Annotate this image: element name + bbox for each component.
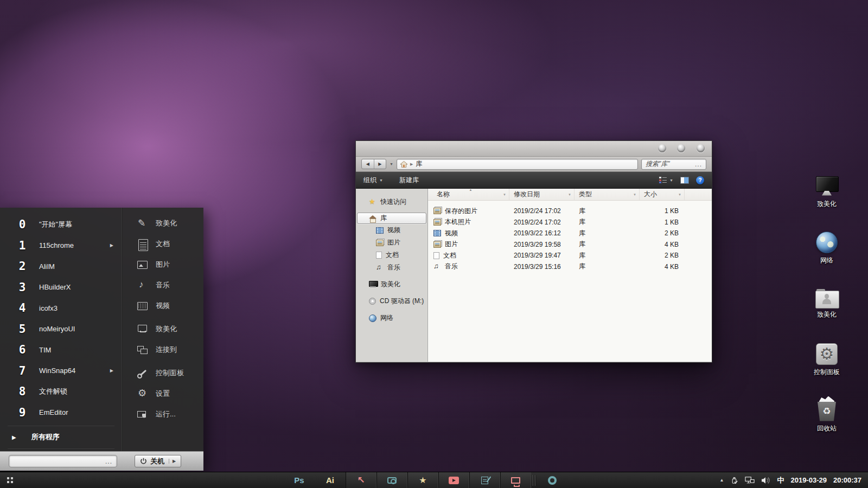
start-menu-item[interactable]: 6 TIM ▶ — [0, 339, 122, 361]
taskbar-app-button[interactable]: ↖ — [346, 472, 376, 488]
new-library-button[interactable]: 新建库 — [399, 176, 419, 185]
start-menu-place-item[interactable]: 致美化 — [123, 213, 203, 234]
navigation-pane: 快速访问 库 视频 图片 — [356, 189, 428, 362]
sidebar-item[interactable]: 音乐 — [356, 261, 427, 274]
sidebar-item[interactable]: CD 驱动器 (M:) — [356, 295, 427, 307]
filter-dropdown-icon[interactable]: ▼ — [503, 193, 506, 196]
back-button[interactable]: ◀ — [362, 159, 374, 169]
minimize-button[interactable] — [658, 144, 666, 152]
file-row[interactable]: 文档 2019/3/29 19:47 库 2 KB — [428, 250, 712, 261]
sidebar-item[interactable]: 库 — [357, 213, 426, 224]
forward-button[interactable]: ▶ — [374, 159, 386, 169]
sidebar-item[interactable]: 致美化 — [356, 278, 427, 291]
all-programs-button[interactable]: ▶ 所有程序 — [0, 428, 122, 446]
start-menu-place-item[interactable]: 视频 — [123, 296, 203, 316]
desktop-icon-label: 回收站 — [817, 424, 837, 433]
start-menu-item[interactable]: 4 icofx3 ▶ — [0, 298, 122, 319]
start-menu-item[interactable]: 7 WinSnap64 ▶ — [0, 361, 122, 382]
close-button[interactable] — [697, 144, 705, 152]
place-item-icon — [137, 260, 148, 269]
desktop-icon[interactable]: 致美化 — [802, 164, 852, 220]
desktop-icon[interactable]: 回收站 — [802, 388, 852, 444]
change-view-button[interactable]: ▼ — [659, 177, 673, 183]
organize-button[interactable]: 组织▼ — [363, 176, 383, 185]
start-menu-place-item[interactable]: 文档 — [123, 234, 203, 254]
start-menu-item[interactable]: 5 noMeiryoUI ▶ — [0, 319, 122, 340]
start-menu-item[interactable]: 9 EmEditor ▶ — [0, 402, 122, 423]
taskbar-app-button[interactable]: Ai — [315, 472, 346, 488]
tray-time[interactable]: 20:00:37 — [833, 476, 861, 484]
start-menu-place-item[interactable]: 音乐 — [123, 275, 203, 296]
start-menu-item[interactable]: 2 AliIM ▶ — [0, 256, 122, 277]
tray-date[interactable]: 2019-03-29 — [790, 476, 827, 484]
filter-dropdown-icon[interactable]: ▼ — [678, 193, 681, 196]
shutdown-options-arrow[interactable]: ▶ — [169, 459, 176, 464]
place-item-label: 致美化 — [156, 324, 177, 334]
start-menu-place-item[interactable]: 设置 — [123, 383, 203, 404]
shutdown-button[interactable]: 关机 ▶ — [135, 455, 181, 467]
file-name: 音乐 — [445, 262, 458, 271]
sidebar-item[interactable]: 视频 — [356, 224, 427, 236]
column-header[interactable]: ▲ 类型 ▼ — [575, 189, 640, 200]
usb-device-icon[interactable] — [730, 476, 738, 485]
volume-icon[interactable] — [761, 477, 770, 484]
desktop-icon[interactable]: 网络 — [802, 220, 852, 276]
taskbar-app-button[interactable] — [438, 472, 469, 488]
sidebar-item[interactable]: 网络 — [356, 312, 427, 324]
sidebar-item-icon — [369, 298, 376, 305]
start-menu-item[interactable]: 3 HBuilderX ▶ — [0, 277, 122, 298]
breadcrumb[interactable]: ▶ 库 — [397, 159, 638, 170]
start-menu-item-number: 5 — [13, 323, 31, 336]
start-menu-item[interactable]: 1 115chrome ▶ — [0, 235, 122, 256]
start-menu-item[interactable]: 0 "开始"屏幕 ▶ — [0, 214, 122, 235]
sidebar-item[interactable]: 文档 — [356, 249, 427, 261]
help-button[interactable]: ? — [696, 176, 704, 184]
maximize-button[interactable] — [677, 144, 685, 152]
start-menu-place-item[interactable]: 图片 — [123, 254, 203, 275]
place-item-label: 音乐 — [156, 280, 170, 290]
column-header[interactable]: ▲ 名称 ▼ — [432, 189, 509, 200]
place-item-icon — [137, 409, 148, 419]
start-menu-place-item[interactable]: 运行... — [123, 404, 203, 425]
taskbar-app-button[interactable] — [469, 472, 500, 488]
file-row[interactable]: 视频 2019/3/22 16:12 库 2 KB — [428, 228, 712, 239]
file-row[interactable]: 保存的图片 2019/2/24 17:02 库 1 KB — [428, 206, 712, 217]
column-header[interactable]: ▲ 大小 ▼ — [640, 189, 685, 200]
taskbar-app-button-chrome[interactable] — [537, 472, 567, 488]
title-bar[interactable] — [356, 141, 712, 157]
sidebar-item[interactable]: 快速访问 — [356, 196, 427, 208]
taskbar-app-button[interactable] — [376, 472, 407, 488]
network-icon[interactable] — [745, 476, 755, 484]
start-menu-place-item[interactable]: 连接到 — [123, 339, 203, 360]
file-row[interactable]: 本机照片 2019/2/24 17:02 库 1 KB — [428, 217, 712, 228]
sidebar-item-icon — [369, 199, 376, 206]
start-menu-place-item[interactable]: 致美化 — [123, 319, 203, 339]
desktop-icon[interactable]: 致美化 — [802, 276, 852, 332]
sidebar-item-label: 网络 — [380, 313, 393, 323]
history-dropdown-icon[interactable]: ▼ — [390, 162, 393, 166]
address-bar: ◀ ▶ ▼ ▶ 库 搜索"库" ... — [356, 157, 712, 172]
start-menu-place-item[interactable]: 控制面板 — [123, 363, 203, 383]
file-row[interactable]: 音乐 2019/3/29 15:16 库 4 KB — [428, 261, 712, 273]
ime-indicator[interactable]: 中 — [777, 476, 784, 485]
file-row[interactable]: 图片 2019/3/29 19:58 库 4 KB — [428, 239, 712, 251]
start-menu-item-label: "开始"屏幕 — [39, 220, 72, 229]
column-header[interactable]: ▲ 修改日期 ▼ — [509, 189, 575, 200]
hidden-icons-arrow[interactable]: ▲ — [720, 478, 724, 483]
place-item-label: 文档 — [156, 239, 170, 249]
sidebar-item[interactable]: 图片 — [356, 236, 427, 249]
taskbar-app-button[interactable]: Ps — [284, 472, 315, 488]
start-button[interactable] — [0, 472, 21, 488]
filter-dropdown-icon[interactable]: ▼ — [568, 193, 571, 196]
sidebar-item-label: 致美化 — [381, 280, 400, 289]
preview-pane-button[interactable] — [680, 177, 689, 184]
start-menu-item[interactable]: 8 文件解锁 ▶ — [0, 381, 122, 402]
desktop-icon-image — [815, 289, 838, 307]
start-search-input[interactable]: ... — [9, 455, 117, 467]
taskbar-app-button[interactable]: ★ — [407, 472, 438, 488]
filter-dropdown-icon[interactable]: ▼ — [633, 193, 636, 196]
taskbar-app-button[interactable] — [500, 472, 531, 488]
desktop-icon-label: 控制面板 — [814, 368, 840, 377]
search-input[interactable]: 搜索"库" ... — [641, 159, 706, 170]
desktop-icon[interactable]: 控制面板 — [802, 332, 852, 388]
